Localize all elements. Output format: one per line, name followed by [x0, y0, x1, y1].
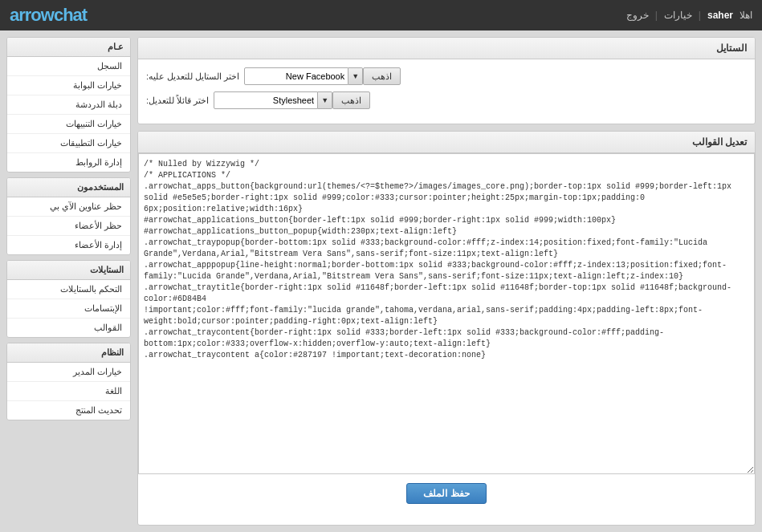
sidebar-item-chat-bubble[interactable]: دبلة الدردشة	[7, 95, 130, 115]
username-display: saher	[707, 10, 733, 21]
file-name-input[interactable]	[214, 91, 318, 109]
sidebar-section-general-title: عـام	[7, 38, 130, 57]
skins-panel-body: اذهب ▼ اختر الستايل للتعديل عليه: اذهب ▼…	[138, 59, 755, 124]
sidebar-item-templates-link[interactable]: القوالب	[7, 319, 130, 337]
skin-select-wrapper: اذهب ▼	[244, 67, 401, 85]
content-area: الستايل اذهب ▼ اختر الستايل للتعديل عليه…	[137, 37, 756, 526]
sidebar-section-templates-title: الستايلات	[7, 261, 130, 280]
main-wrapper: عـام السجل خيارات البوابة دبلة الدردشة خ…	[0, 30, 762, 532]
save-btn-row: حفظ الملف	[138, 477, 755, 510]
top-header: اهلا saher | خيارات | خروج arrowchat	[0, 0, 762, 30]
separator-2: |	[655, 10, 658, 21]
profile-link[interactable]: خيارات	[664, 10, 692, 21]
logo-arrow: arrow	[10, 5, 54, 25]
sidebar-item-update[interactable]: تحديث المنتج	[7, 401, 130, 420]
user-area: اهلا saher | خيارات | خروج	[626, 10, 752, 21]
logout-link[interactable]: خروج	[626, 10, 649, 21]
sidebar-item-notifications[interactable]: خيارات التنبيهات	[7, 115, 130, 134]
sidebar-item-style-control[interactable]: التحكم بالستايلات	[7, 280, 130, 299]
template-editor-panel: تعديل القوالب حفظ الملف	[137, 131, 756, 526]
skins-panel-title: الستايل	[138, 38, 755, 59]
skins-panel: الستايل اذهب ▼ اختر الستايل للتعديل عليه…	[137, 37, 756, 124]
choose-file-label: اختر قائلاً للتعديل:	[146, 95, 209, 106]
sidebar-item-portal-options[interactable]: خيارات البوابة	[7, 76, 130, 95]
skin-name-input[interactable]	[244, 67, 348, 85]
sidebar-item-smileys[interactable]: الإبتسامات	[7, 299, 130, 319]
sidebar-item-ban-ip[interactable]: حظر عناوين الآي بي	[7, 197, 130, 217]
file-dropdown-arrow[interactable]: ▼	[318, 91, 332, 109]
sidebar-item-log[interactable]: السجل	[7, 57, 130, 76]
logo-chat: chat	[54, 5, 87, 25]
sidebar-section-system: النظام خيارات المدير اللغة تحديث المنتج	[6, 343, 131, 420]
sidebar-item-ban-members[interactable]: حظر الأعضاء	[7, 217, 130, 236]
sidebar-section-templates: الستايلات التحكم بالستايلات الإبتسامات ا…	[6, 260, 131, 338]
sidebar-section-system-title: النظام	[7, 343, 130, 363]
code-editor[interactable]	[138, 153, 755, 474]
separator-1: |	[699, 10, 701, 21]
sidebar-section-members-title: المستخدمون	[7, 178, 130, 197]
sidebar-item-admin-options[interactable]: خيارات المدير	[7, 363, 130, 382]
sidebar-item-manage-members[interactable]: إدارة الأعضاء	[7, 236, 130, 254]
save-file-button[interactable]: حفظ الملف	[406, 483, 486, 504]
sidebar: عـام السجل خيارات البوابة دبلة الدردشة خ…	[6, 37, 131, 526]
choose-skin-row: اذهب ▼ اختر الستايل للتعديل عليه:	[146, 67, 747, 85]
user-greeting: اهلا	[740, 10, 752, 21]
choose-file-row: اذهب ▼ اختر قائلاً للتعديل:	[146, 91, 747, 109]
choose-skin-label: اختر الستايل للتعديل عليه:	[146, 71, 239, 82]
go-btn-file[interactable]: اذهب	[332, 91, 370, 109]
skin-dropdown-arrow[interactable]: ▼	[348, 67, 363, 85]
sidebar-item-language[interactable]: اللغة	[7, 382, 130, 401]
template-panel-title: تعديل القوالب	[138, 132, 755, 153]
sidebar-item-links[interactable]: إدارة الروابط	[7, 153, 130, 172]
file-select-wrapper: اذهب ▼	[214, 91, 370, 109]
sidebar-item-apps[interactable]: خيارات التطبيقات	[7, 134, 130, 153]
go-btn-skin[interactable]: اذهب	[363, 67, 401, 85]
sidebar-section-members: المستخدمون حظر عناوين الآي بي حظر الأعضا…	[6, 177, 131, 255]
logo: arrowchat	[10, 5, 87, 26]
sidebar-section-general: عـام السجل خيارات البوابة دبلة الدردشة خ…	[6, 37, 131, 173]
